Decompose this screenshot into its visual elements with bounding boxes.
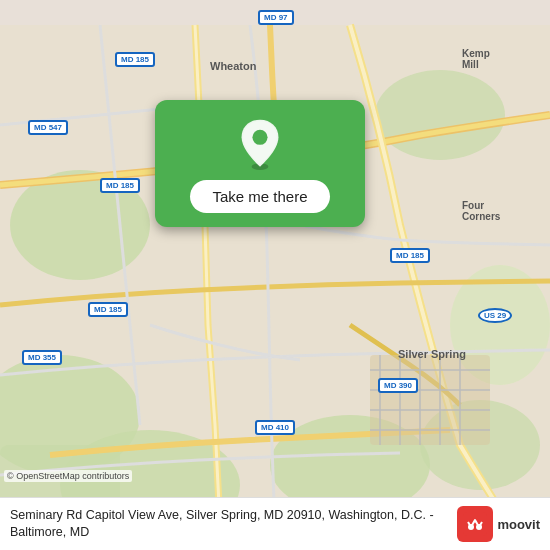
badge-us29: US 29 xyxy=(478,308,512,323)
svg-point-5 xyxy=(375,70,505,160)
badge-md390: MD 390 xyxy=(378,378,418,393)
osm-attribution: © OpenStreetMap contributors xyxy=(4,470,132,482)
label-wheaton: Wheaton xyxy=(210,60,256,72)
label-four-corners: FourCorners xyxy=(462,200,500,222)
take-me-there-button[interactable]: Take me there xyxy=(190,180,329,213)
location-card: Take me there xyxy=(155,100,365,227)
badge-md97: MD 97 xyxy=(258,10,294,25)
label-silver-spring: Silver Spring xyxy=(398,348,466,360)
address-text: Seminary Rd Capitol View Ave, Silver Spr… xyxy=(10,507,447,542)
map-background xyxy=(0,0,550,550)
badge-md410: MD 410 xyxy=(255,420,295,435)
moovit-logo[interactable]: moovit xyxy=(457,506,540,542)
badge-md185-mid: MD 185 xyxy=(100,178,140,193)
svg-rect-21 xyxy=(463,512,487,536)
svg-point-20 xyxy=(252,130,267,145)
bottom-bar: Seminary Rd Capitol View Ave, Silver Spr… xyxy=(0,497,550,550)
map-pin-icon xyxy=(234,118,286,170)
moovit-text: moovit xyxy=(497,517,540,532)
badge-md185-top: MD 185 xyxy=(115,52,155,67)
svg-rect-9 xyxy=(370,355,490,445)
badge-md185-right: MD 185 xyxy=(390,248,430,263)
map-container: MD 97 MD 185 MD 547 MD 185 MD 185 MD 355… xyxy=(0,0,550,550)
moovit-icon xyxy=(457,506,493,542)
label-kemp: KempMill xyxy=(462,48,490,70)
badge-md185-lower: MD 185 xyxy=(88,302,128,317)
badge-md547: MD 547 xyxy=(28,120,68,135)
badge-md355: MD 355 xyxy=(22,350,62,365)
